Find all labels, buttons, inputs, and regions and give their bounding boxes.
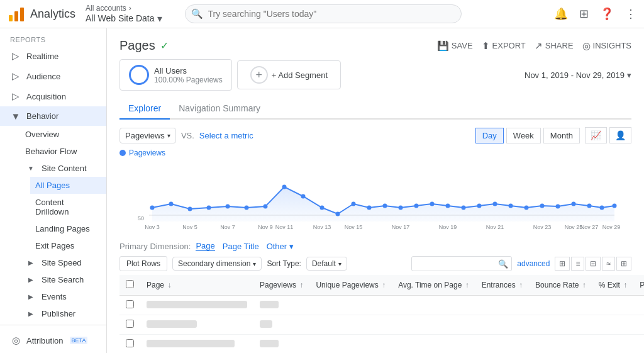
svg-text:Nov 13: Nov 13	[313, 224, 331, 230]
line-chart-button[interactable]: 📈	[585, 127, 607, 143]
sidebar-item-discover[interactable]: 💡 Discover	[0, 350, 106, 353]
search-area: 🔍	[185, 4, 542, 23]
grid-view-button[interactable]: ⊞	[555, 257, 570, 271]
table-header-entrances[interactable]: Entrances ↑	[475, 275, 529, 296]
table-header-unique-pageviews[interactable]: Unique Pageviews ↑	[309, 275, 392, 296]
apps-grid-icon[interactable]: ⊞	[579, 7, 589, 21]
add-segment-button[interactable]: + + Add Segment	[237, 60, 341, 89]
tab-navigation-summary[interactable]: Navigation Summary	[170, 98, 269, 120]
sidebar-item-publisher[interactable]: ▶ Publisher	[20, 305, 106, 322]
pageviews-blurred	[260, 301, 279, 308]
svg-point-23	[462, 206, 466, 210]
svg-text:Nov 29: Nov 29	[602, 224, 621, 230]
topbar: Analytics All accounts › All Web Site Da…	[0, 0, 644, 28]
month-button[interactable]: Month	[543, 128, 580, 143]
svg-text:Nov 15: Nov 15	[345, 224, 363, 230]
sort-bounce-icon: ↑	[582, 281, 586, 289]
svg-point-26	[509, 204, 513, 208]
pivot-view-button[interactable]: ⊟	[586, 257, 601, 271]
insights-icon: ◎	[582, 40, 591, 52]
primary-dim-other[interactable]: Other ▾	[267, 242, 294, 251]
week-button[interactable]: Week	[506, 128, 541, 143]
search-input[interactable]	[185, 4, 462, 23]
table-search-input[interactable]	[411, 256, 512, 271]
sidebar-item-behavior-flow[interactable]: Behavior Flow	[20, 143, 106, 160]
sidebar-item-behavior[interactable]: ▼ Behavior	[0, 106, 106, 126]
row-checkbox[interactable]	[126, 300, 134, 308]
compare-view-button[interactable]: ≈	[602, 257, 615, 271]
sidebar-item-content-drilldown[interactable]: Content Drilldown	[30, 194, 106, 220]
svg-point-28	[540, 204, 545, 208]
svg-point-10	[245, 206, 249, 210]
exit-pages-label: Exit Pages	[35, 241, 74, 250]
svg-text:Nov 9: Nov 9	[258, 224, 273, 230]
share-button[interactable]: ↗ SHARE	[535, 40, 574, 52]
account-name[interactable]: All Web Site Data ▾	[86, 13, 162, 25]
page-url-blurred	[147, 301, 247, 308]
select-metric-link[interactable]: Select a metric	[199, 131, 253, 140]
account-selector[interactable]: All accounts › All Web Site Data ▾	[86, 4, 162, 25]
table-detail-button[interactable]: ⊞	[616, 257, 631, 271]
sidebar-item-attribution[interactable]: ◎ Attribution BETA	[0, 330, 106, 350]
sidebar-item-site-content[interactable]: ▼ Site Content	[20, 160, 106, 177]
advanced-filter-link[interactable]: advanced	[517, 259, 550, 268]
table-header-page[interactable]: Page ↓	[140, 275, 253, 296]
audience-icon: ▷	[10, 70, 21, 82]
notification-icon[interactable]: 🔔	[554, 7, 568, 21]
sidebar-item-acquisition[interactable]: ▷ Acquisition	[0, 86, 106, 106]
insights-button[interactable]: ◎ INSIGHTS	[582, 40, 631, 52]
sidebar-item-events[interactable]: ▶ Events	[20, 288, 106, 305]
sort-exit-icon: ↑	[623, 281, 627, 289]
export-button[interactable]: ⬆ EXPORT	[482, 40, 526, 52]
page-url-blurred	[147, 340, 235, 347]
main-layout: REPORTS ▷ Realtime ▷ Audience ▷ Acquisit…	[0, 28, 644, 353]
content-drilldown-label: Content Drilldown	[35, 198, 96, 216]
sidebar-item-all-pages[interactable]: All Pages	[30, 177, 106, 194]
sidebar-item-landing-pages[interactable]: Landing Pages	[30, 220, 106, 237]
table-checkbox-header[interactable]	[119, 275, 140, 296]
bar-view-button[interactable]: ≡	[571, 257, 584, 271]
svg-point-21	[430, 202, 435, 206]
secondary-dimension-dropdown[interactable]: Secondary dimension ▾	[172, 257, 262, 271]
primary-dim-page-title[interactable]: Page Title	[223, 242, 259, 251]
sidebar-item-overview[interactable]: Overview	[20, 126, 106, 143]
select-all-checkbox[interactable]	[126, 280, 134, 288]
day-button[interactable]: Day	[475, 128, 504, 143]
header-actions: 💾 SAVE ⬆ EXPORT ↗ SHARE ◎ INSIGHTS	[437, 40, 631, 52]
app-title: Analytics	[30, 8, 75, 21]
svg-point-15	[336, 212, 340, 216]
all-users-segment[interactable]: All Users 100.00% Pageviews	[119, 59, 232, 91]
sidebar-item-site-speed[interactable]: ▶ Site Speed	[20, 254, 106, 271]
bar-chart-button[interactable]: 👤	[609, 127, 631, 143]
sidebar-item-audience[interactable]: ▷ Audience	[0, 66, 106, 86]
primary-dim-page[interactable]: Page	[196, 241, 214, 251]
site-content-expand-icon: ▼	[25, 165, 36, 172]
reports-label: REPORTS	[0, 28, 106, 46]
sidebar-item-exit-pages[interactable]: Exit Pages	[30, 237, 106, 254]
metric-select-dropdown[interactable]: Pageviews ▾	[119, 128, 176, 143]
table-header-exit[interactable]: % Exit ↑	[592, 275, 633, 296]
beta-badge: BETA	[70, 337, 88, 344]
tab-explorer[interactable]: Explorer	[119, 98, 170, 120]
table-header-pageviews[interactable]: Pageviews ↑	[253, 275, 309, 296]
sidebar-item-site-search[interactable]: ▶ Site Search	[20, 271, 106, 288]
page-header: Pages ✓ 💾 SAVE ⬆ EXPORT ↗ SHARE	[119, 38, 631, 53]
table-header-bounce-rate[interactable]: Bounce Rate ↑	[529, 275, 592, 296]
plot-rows-button[interactable]: Plot Rows	[119, 256, 167, 271]
row-checkbox[interactable]	[126, 320, 134, 328]
table-header-avg-time[interactable]: Avg. Time on Page ↑	[392, 275, 475, 296]
svg-text:Nov 7: Nov 7	[220, 224, 235, 230]
row-checkbox[interactable]	[126, 339, 134, 347]
more-vert-icon[interactable]: ⋮	[625, 7, 636, 21]
svg-point-33	[613, 204, 617, 208]
help-icon[interactable]: ❓	[600, 7, 614, 21]
sidebar-item-realtime[interactable]: ▷ Realtime	[0, 46, 106, 66]
sort-type-dropdown[interactable]: Default ▾	[306, 257, 347, 271]
chart-label: Pageviews	[119, 148, 631, 157]
svg-point-29	[556, 205, 560, 209]
save-button[interactable]: 💾 SAVE	[437, 40, 473, 52]
search-icon: 🔍	[191, 8, 203, 20]
acquisition-icon: ▷	[10, 91, 21, 102]
date-range-picker[interactable]: Nov 1, 2019 - Nov 29, 2019 ▾	[525, 70, 631, 80]
table-header-page-value[interactable]: Page Value ↑	[633, 275, 644, 296]
